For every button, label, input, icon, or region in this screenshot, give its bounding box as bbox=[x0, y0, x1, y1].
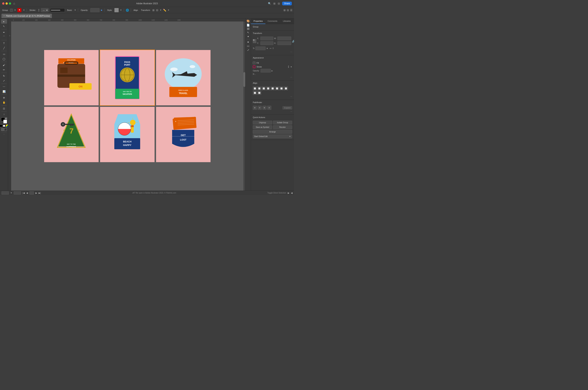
artboard-1[interactable]: VACATION MODE: ✦ ON bbox=[44, 50, 99, 105]
style-arrow[interactable]: ▼ bbox=[120, 9, 122, 11]
cursor-icon[interactable]: ↖ bbox=[247, 31, 249, 34]
share-button[interactable]: Share bbox=[282, 2, 292, 5]
basic-arrow[interactable]: ▼ bbox=[74, 9, 76, 11]
layout-icon-2[interactable]: ⊟ bbox=[287, 9, 289, 12]
window-icon[interactable]: ⊞ bbox=[273, 2, 276, 5]
more-tools-button[interactable]: ··· bbox=[3, 133, 5, 136]
toolbar-flag-arrow[interactable]: ▼ bbox=[23, 9, 25, 11]
pathfinder-exclude-button[interactable]: ⊘ bbox=[267, 106, 271, 110]
artboard-5[interactable]: BEACH HAPPY bbox=[100, 107, 155, 162]
distribute-h-button[interactable]: ⬜ bbox=[279, 86, 284, 90]
zoom-input[interactable]: 15% bbox=[1, 191, 9, 195]
star-icon[interactable]: ✦ bbox=[247, 35, 249, 38]
align-more-dots[interactable]: ··· bbox=[253, 95, 292, 98]
graph-tool[interactable]: 📊 bbox=[1, 89, 7, 94]
warp-tool[interactable]: 〰 bbox=[1, 85, 7, 89]
canvas-content[interactable]: VACATION MODE: ✦ ON bbox=[11, 21, 243, 191]
curvature-tool[interactable]: ⌒ bbox=[1, 35, 7, 39]
fx-label[interactable]: fx bbox=[253, 73, 254, 75]
appearance-more-dots[interactable]: ··· bbox=[253, 75, 292, 79]
tab-comments[interactable]: Comments bbox=[265, 18, 280, 24]
distribute-spacing-h-button[interactable]: ⬜ bbox=[253, 91, 257, 95]
prev-icon[interactable]: ◀ bbox=[26, 192, 28, 194]
rotation-statusbar-input[interactable]: 0° bbox=[14, 191, 21, 195]
x-input[interactable]: 750 px bbox=[260, 37, 273, 40]
prev-page-icon[interactable]: |◀ bbox=[23, 192, 25, 194]
rotation-input[interactable]: 0° bbox=[255, 47, 266, 50]
align-bottom-button[interactable]: ⬜ bbox=[275, 86, 279, 90]
align-left-button[interactable]: ⬜ bbox=[253, 86, 257, 90]
edit-arrow[interactable]: ▼ bbox=[168, 9, 170, 11]
normal-mode-icon[interactable] bbox=[1, 128, 4, 131]
mask-mode-icon[interactable] bbox=[4, 128, 7, 131]
direct-select-tool[interactable]: ↖ bbox=[1, 24, 7, 28]
canvas-area[interactable]: 0 100 200 300 400 500 600 700 800 900 10… bbox=[8, 18, 245, 191]
search-icon[interactable]: 🔍 bbox=[268, 2, 271, 5]
opacity-value-input[interactable]: 100% bbox=[261, 69, 271, 72]
stroke-preview[interactable] bbox=[50, 8, 65, 12]
y-input[interactable]: 750 px bbox=[260, 41, 273, 45]
opacity-arrow[interactable]: ▶ bbox=[101, 9, 103, 11]
stroke-up-icon[interactable]: ▲▼ bbox=[38, 8, 40, 12]
toolbar-flag-icon[interactable]: ⚑ bbox=[17, 8, 21, 12]
h-input[interactable]: 929.3013 bbox=[277, 41, 291, 45]
lock-proportions-icon[interactable]: 🔗 bbox=[292, 40, 294, 43]
style-box[interactable] bbox=[115, 8, 118, 12]
transform-icon-1[interactable]: ⊞ bbox=[152, 9, 155, 12]
artboard-4[interactable]: ★ ★ 7 KEY TO THE bbox=[44, 107, 99, 162]
line-tool[interactable]: ╱ bbox=[1, 46, 7, 50]
page-input[interactable]: 2 bbox=[29, 191, 34, 195]
distribute-v-button[interactable]: ⬜ bbox=[284, 86, 288, 90]
align-center-v-button[interactable]: ⬜ bbox=[271, 86, 275, 90]
select-tool[interactable]: ▸ bbox=[1, 19, 7, 24]
transform-more-dots[interactable]: ··· bbox=[253, 50, 292, 53]
action-play-icon[interactable]: ▶ bbox=[288, 192, 289, 194]
vertical-scroll-thumb[interactable] bbox=[243, 72, 245, 87]
rect-tool[interactable]: ▭ bbox=[1, 52, 7, 56]
stroke-select[interactable]: — bbox=[41, 8, 49, 12]
grid-icon[interactable] bbox=[247, 28, 249, 30]
background-color[interactable] bbox=[3, 120, 7, 123]
distribute-spacing-v-button[interactable]: ⬜ bbox=[257, 91, 261, 95]
artboard-6[interactable]: ✕ GET LOST bbox=[156, 107, 211, 162]
start-global-edit-arrow[interactable]: ▼ bbox=[289, 135, 291, 138]
tab-libraries[interactable]: Libraries bbox=[280, 18, 294, 24]
opacity-chevron[interactable]: ▶ bbox=[271, 70, 273, 72]
expand-button[interactable]: Expand bbox=[283, 106, 292, 109]
arrange-button[interactable]: Arrange bbox=[253, 130, 292, 134]
rect-icon[interactable]: ▭ bbox=[247, 45, 249, 48]
opacity-input[interactable]: 100% bbox=[90, 8, 100, 12]
artboard-2[interactable]: PASS PORT SAY YES TO VACATION bbox=[100, 50, 155, 105]
tab-close-button[interactable]: ✕ bbox=[3, 15, 5, 17]
menu-icon[interactable]: ☰ bbox=[290, 9, 293, 12]
anchor-grid[interactable] bbox=[253, 39, 256, 43]
next-page-icon[interactable]: ▶| bbox=[39, 192, 41, 194]
next-icon[interactable]: ▶ bbox=[35, 192, 37, 194]
pathfinder-more-dots[interactable]: ··· bbox=[253, 110, 292, 113]
align-right-button[interactable]: ⬜ bbox=[262, 86, 266, 90]
swap-colors-icon[interactable]: ⇄ bbox=[5, 117, 7, 119]
expand-icon[interactable]: ⤢ bbox=[247, 49, 249, 51]
fill-indicator[interactable] bbox=[0, 125, 2, 127]
type-tool[interactable]: T bbox=[1, 41, 7, 45]
stroke-indicator[interactable] bbox=[3, 125, 5, 127]
question-mark-icon[interactable]: ? bbox=[10, 9, 13, 11]
stroke-color-box[interactable] bbox=[253, 65, 255, 68]
collapse-icon[interactable]: ⊟ bbox=[278, 2, 280, 5]
brush-icon[interactable]: 🎨 bbox=[246, 20, 250, 22]
document-tab[interactable]: ✕ FileInfo.com Example.ait @ 15 % (RGB/P… bbox=[1, 14, 52, 18]
hand-tool[interactable]: ✋ bbox=[1, 100, 7, 105]
pathfinder-unite-button[interactable]: ⊕ bbox=[253, 106, 257, 110]
flip-vertical-icon[interactable]: ⇕ bbox=[272, 47, 274, 50]
close-button[interactable] bbox=[2, 2, 4, 5]
maximize-button[interactable] bbox=[9, 2, 11, 5]
transform-icon-2[interactable]: ⊟ bbox=[156, 9, 158, 12]
recolor-button[interactable]: Recolor bbox=[273, 125, 292, 129]
transform-arrow[interactable]: ▼ bbox=[160, 9, 162, 11]
status-scroll-left[interactable]: ◀ bbox=[291, 192, 293, 194]
gradient-indicator[interactable] bbox=[6, 125, 8, 127]
rotation-arrow[interactable]: ▼ bbox=[266, 48, 268, 49]
flip-horizontal-icon[interactable]: ⇔ bbox=[270, 47, 271, 50]
pathfinder-intersect-button[interactable]: ⊗ bbox=[262, 106, 266, 110]
vertical-scrollbar[interactable] bbox=[243, 21, 245, 191]
